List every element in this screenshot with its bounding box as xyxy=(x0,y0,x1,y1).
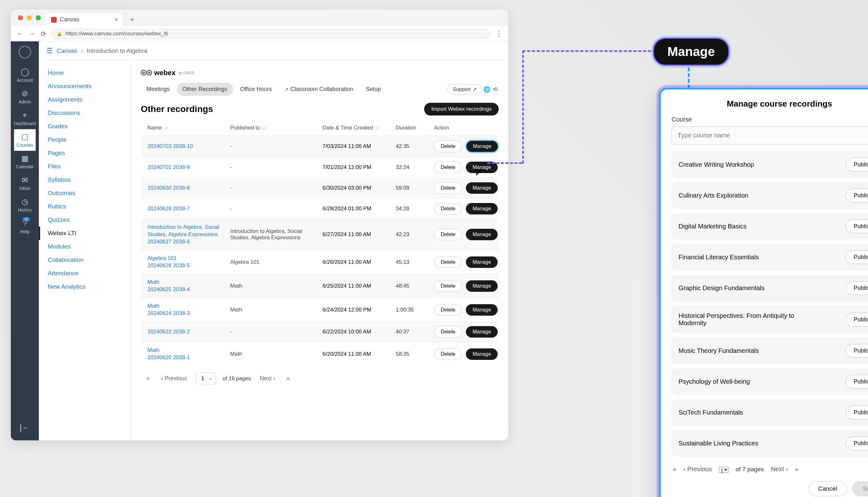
course-nav-grades[interactable]: Grades xyxy=(39,119,131,133)
recording-name-link[interactable]: Math20240620 2038-1 xyxy=(148,347,230,361)
refresh-icon[interactable]: ⟲ xyxy=(492,86,499,93)
manage-button[interactable]: Manage xyxy=(466,203,498,214)
course-nav-rubics[interactable]: Rubics xyxy=(39,200,131,213)
course-nav-files[interactable]: Files xyxy=(39,160,131,173)
import-recordings-button[interactable]: Import Webex recordings xyxy=(424,103,499,115)
tab-office-hours[interactable]: Office Hours xyxy=(234,83,278,96)
prev-page-button[interactable]: ‹ Previous xyxy=(683,466,712,473)
recording-name-link[interactable]: 20240630 2038-8 xyxy=(148,185,230,192)
close-window-icon[interactable] xyxy=(18,15,23,20)
course-nav-outcomes[interactable]: Outcomes xyxy=(39,186,131,200)
save-button[interactable]: Save xyxy=(852,481,868,496)
global-nav-account[interactable]: ◯Account xyxy=(14,64,36,86)
course-nav-collaboration[interactable]: Collaboration xyxy=(39,253,131,267)
course-nav-webex-lti[interactable]: Webex LTI xyxy=(39,227,131,240)
first-page-icon[interactable]: « xyxy=(673,466,676,473)
collapse-nav-icon[interactable]: |← xyxy=(20,415,30,440)
delete-button[interactable]: Delete xyxy=(434,162,462,173)
global-nav-courses[interactable]: ▢Courses xyxy=(14,129,36,151)
reload-button[interactable]: ⟳ xyxy=(41,30,46,38)
recording-name-link[interactable]: Math20240625 2038-4 xyxy=(148,279,230,293)
delete-button[interactable]: Delete xyxy=(434,229,462,240)
tab-other-recordings[interactable]: Other Recordings xyxy=(177,83,233,96)
course-nav-pages[interactable]: Pages xyxy=(39,146,131,160)
url-bar[interactable]: 🔒 https://www.canvas.com/courses/webex_l… xyxy=(52,29,490,39)
maximize-window-icon[interactable] xyxy=(36,15,41,20)
sort-icon[interactable]: ↓↑ xyxy=(262,126,266,130)
last-page-icon[interactable]: » xyxy=(795,466,798,473)
delete-button[interactable]: Delete xyxy=(434,140,462,152)
tab-classroom-collaboration[interactable]: ↗Classroom Collaboration xyxy=(279,83,359,96)
breadcrumb-leaf[interactable]: Introduction to Algebra xyxy=(87,47,147,54)
delete-button[interactable]: Delete xyxy=(434,256,462,268)
manage-button[interactable]: Manage xyxy=(466,326,498,338)
publish-button[interactable]: Publish xyxy=(846,313,868,326)
browser-menu-icon[interactable]: ⋮ xyxy=(495,30,502,38)
publish-button[interactable]: Publish xyxy=(846,281,868,295)
tab-setup[interactable]: Setup xyxy=(360,83,387,96)
publish-button[interactable]: Publish xyxy=(846,219,868,233)
recording-name-link[interactable]: 20240703 2038-10 xyxy=(148,143,230,150)
globe-icon[interactable]: 🌐 xyxy=(483,86,490,93)
manage-button[interactable]: Manage xyxy=(466,256,498,268)
manage-button[interactable]: Manage xyxy=(466,349,498,360)
recording-name-link[interactable]: 20240622 2038-2 xyxy=(148,328,230,336)
delete-button[interactable]: Delete xyxy=(434,326,462,338)
delete-button[interactable]: Delete xyxy=(434,182,462,194)
publish-button[interactable]: Publish xyxy=(846,375,868,388)
recording-name-link[interactable]: 20240628 2038-7 xyxy=(148,205,230,213)
recording-name-link[interactable]: Introduction to Algebra, Social Studies,… xyxy=(148,224,230,246)
global-nav-dashboard[interactable]: ⌖Dashboard xyxy=(14,108,36,129)
last-page-icon[interactable]: » xyxy=(284,374,292,383)
manage-button[interactable]: Manage xyxy=(466,182,498,194)
publish-button[interactable]: Publish xyxy=(846,189,868,202)
cancel-button[interactable]: Cancel xyxy=(809,481,847,496)
course-nav-attendance[interactable]: Attendance xyxy=(39,267,131,280)
breadcrumb-root[interactable]: Canvas xyxy=(57,47,77,54)
publish-button[interactable]: Publish xyxy=(846,158,868,171)
global-nav-history[interactable]: ◷History xyxy=(14,194,36,216)
course-nav-syllabus[interactable]: Syllabus xyxy=(39,173,131,186)
page-select[interactable]: 1 xyxy=(196,373,216,384)
tab-meetings[interactable]: Meetings xyxy=(141,83,176,96)
delete-button[interactable]: Delete xyxy=(434,349,462,360)
browser-tab[interactable]: Canvas ✕ xyxy=(46,13,122,26)
global-nav-help[interactable]: ?Help20 xyxy=(14,216,36,237)
new-tab-button[interactable]: ＋ xyxy=(125,13,139,26)
global-nav-admin[interactable]: ⊘Admin xyxy=(14,86,36,108)
course-nav-discussions[interactable]: Discussions xyxy=(39,106,131,119)
global-nav-calendar[interactable]: ▦Calendar xyxy=(14,151,36,172)
sort-icon[interactable]: ↓↑ xyxy=(164,126,168,130)
next-page-button[interactable]: Next › xyxy=(257,374,278,383)
menu-icon[interactable]: ☰ xyxy=(46,47,53,55)
course-nav-assignments[interactable]: Assignments xyxy=(39,93,131,106)
course-nav-announcements[interactable]: Announcements xyxy=(39,80,131,93)
recording-name-link[interactable]: Algebra 10120240626 2038-5 xyxy=(148,255,230,270)
publish-button[interactable]: Publish xyxy=(846,344,868,358)
global-nav-inbox[interactable]: ✉Inbox xyxy=(14,172,36,194)
course-nav-new-analytics[interactable]: New Analytics xyxy=(39,280,131,293)
course-search-input[interactable] xyxy=(672,126,868,144)
recording-name-link[interactable]: 20240701 2038-9 xyxy=(148,164,230,171)
course-nav-people[interactable]: People xyxy=(39,133,131,146)
publish-button[interactable]: Publish xyxy=(846,406,868,420)
prev-page-button[interactable]: ‹ Previous xyxy=(159,374,190,383)
manage-button[interactable]: Manage xyxy=(466,304,498,316)
delete-button[interactable]: Delete xyxy=(434,203,462,214)
course-nav-modules[interactable]: Modules xyxy=(39,240,131,253)
delete-button[interactable]: Delete xyxy=(434,280,462,292)
manage-button[interactable]: Manage xyxy=(466,229,498,240)
canvas-logo-icon[interactable] xyxy=(18,46,31,59)
minimize-window-icon[interactable] xyxy=(27,15,32,20)
forward-button[interactable]: → xyxy=(29,30,35,37)
manage-button[interactable]: Manage xyxy=(466,140,498,152)
course-nav-quizzes[interactable]: Quizzes xyxy=(39,213,131,227)
support-button[interactable]: Support ↗ xyxy=(447,84,482,95)
recording-name-link[interactable]: Math20240624 2038-3 xyxy=(148,302,230,317)
delete-button[interactable]: Delete xyxy=(434,304,462,316)
back-button[interactable]: ← xyxy=(16,30,23,37)
publish-button[interactable]: Publish xyxy=(846,251,868,264)
next-page-button[interactable]: Next › xyxy=(771,466,788,473)
page-select[interactable]: 1 xyxy=(719,467,729,473)
first-page-icon[interactable]: « xyxy=(144,374,152,383)
